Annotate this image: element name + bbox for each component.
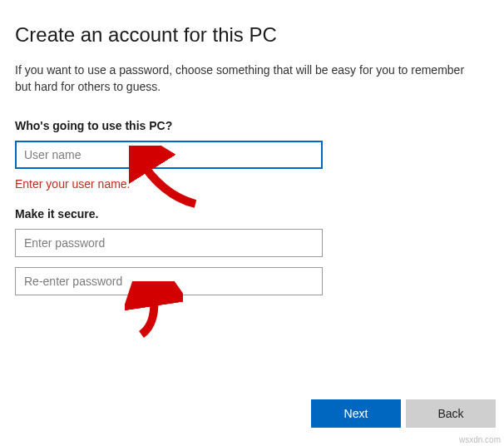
account-form: Create an account for this PC If you wan…: [0, 0, 504, 295]
username-section-label: Who's going to use this PC?: [15, 119, 489, 132]
password-input[interactable]: [15, 229, 323, 257]
footer-buttons: Next Back: [311, 399, 496, 428]
next-button[interactable]: Next: [311, 399, 401, 428]
username-error: Enter your user name.: [15, 177, 489, 191]
page-title: Create an account for this PC: [15, 23, 489, 47]
password-section-label: Make it secure.: [15, 207, 489, 221]
reenter-password-input[interactable]: [15, 267, 323, 295]
watermark-text: wsxdn.com: [459, 435, 501, 444]
back-button[interactable]: Back: [406, 399, 496, 428]
username-input[interactable]: [15, 141, 323, 169]
page-subtitle: If you want to use a password, choose so…: [15, 62, 481, 96]
